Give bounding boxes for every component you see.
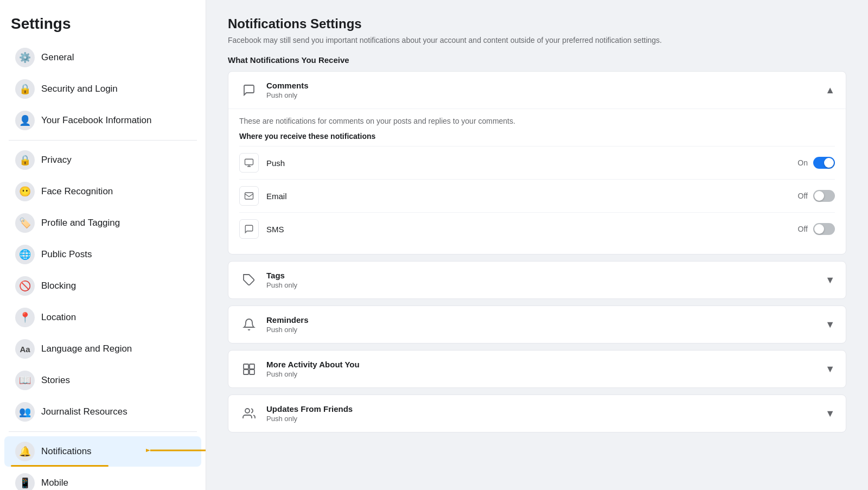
svg-rect-3 <box>245 193 253 199</box>
chevron-down-icon[interactable]: ▼ <box>825 275 835 286</box>
card-header-left: More Activity About You Push only <box>239 359 360 379</box>
card-tags: Tags Push only ▼ <box>228 261 846 299</box>
main-content: Notifications Settings Facebook may stil… <box>206 0 868 490</box>
globe-icon: 🌐 <box>15 245 35 264</box>
section-heading: What Notifications You Receive <box>228 55 846 65</box>
card-more-activity: More Activity About You Push only ▼ <box>228 350 846 388</box>
card-body-comments: These are notifications for comments on … <box>228 109 846 254</box>
card-more-activity-header[interactable]: More Activity About You Push only ▼ <box>228 351 846 387</box>
language-icon: Aa <box>15 339 35 359</box>
sidebar-item-language[interactable]: Aa Language and Region <box>4 334 201 364</box>
notification-row-email: Email Off <box>239 179 835 212</box>
card-title: More Activity About You <box>266 360 360 369</box>
divider <box>9 140 197 141</box>
orange-progress-bar <box>11 465 108 467</box>
toggle-status-push: On <box>797 158 808 167</box>
svg-rect-9 <box>244 370 248 374</box>
tag-icon: 🏷️ <box>15 213 35 233</box>
sidebar-item-notifications[interactable]: 🔔 Notifications <box>4 436 201 467</box>
sidebar-item-stories[interactable]: 📖 Stories <box>4 365 201 396</box>
push-icon <box>239 153 259 173</box>
svg-rect-2 <box>245 159 253 165</box>
toggle-push[interactable] <box>813 157 835 169</box>
sms-label: SMS <box>266 225 284 234</box>
toggle-email[interactable] <box>813 190 835 202</box>
card-text: Tags Push only <box>266 271 297 289</box>
sidebar-item-blocking[interactable]: 🚫 Blocking <box>4 271 201 301</box>
sidebar-item-label: Mobile <box>41 478 68 488</box>
sidebar-item-label: Journalist Resources <box>41 406 127 417</box>
chevron-up-icon[interactable]: ▲ <box>825 85 835 96</box>
sidebar-item-public-posts[interactable]: 🌐 Public Posts <box>4 239 201 270</box>
toggle-thumb <box>814 224 824 234</box>
card-header-left: Reminders Push only <box>239 315 309 334</box>
card-updates-friends-header[interactable]: Updates From Friends Push only ▼ <box>228 395 846 432</box>
chevron-down-icon[interactable]: ▼ <box>825 408 835 419</box>
toggle-status-email: Off <box>798 192 808 200</box>
toggle-thumb <box>824 158 834 168</box>
bell-icon: 🔔 <box>15 442 35 461</box>
location-icon: 📍 <box>15 308 35 327</box>
friends-card-icon <box>239 404 259 423</box>
card-subtitle: Push only <box>266 415 353 423</box>
lock-icon: 🔒 <box>15 79 35 99</box>
card-text: More Activity About You Push only <box>266 360 360 378</box>
sidebar-item-label: Location <box>41 312 76 323</box>
sidebar-item-security[interactable]: 🔒 Security and Login <box>4 74 201 104</box>
card-comments: Comments Push only ▲ These are notificat… <box>228 71 846 254</box>
activity-card-icon <box>239 359 259 379</box>
svg-point-11 <box>245 409 250 413</box>
card-header-left: Tags Push only <box>239 270 297 290</box>
block-icon: 🚫 <box>15 276 35 296</box>
card-subtitle: Push only <box>266 281 297 289</box>
row-left: Push <box>239 153 285 173</box>
svg-rect-7 <box>244 364 248 369</box>
sidebar-item-label: General <box>41 52 74 63</box>
chevron-down-icon[interactable]: ▼ <box>825 319 835 330</box>
sidebar-item-facebook-info[interactable]: 👤 Your Facebook Information <box>4 105 201 136</box>
card-comments-header[interactable]: Comments Push only ▲ <box>228 72 846 109</box>
svg-rect-8 <box>250 364 254 369</box>
bell-card-icon <box>239 315 259 334</box>
sidebar-item-label: Notifications <box>41 446 92 457</box>
email-label: Email <box>266 192 287 201</box>
sidebar-item-journalist[interactable]: 👥 Journalist Resources <box>4 397 201 427</box>
sidebar-item-face-recognition[interactable]: 😶 Face Recognition <box>4 176 201 207</box>
gear-icon: ⚙️ <box>15 48 35 67</box>
sidebar-item-location[interactable]: 📍 Location <box>4 302 201 333</box>
sidebar-item-label: Public Posts <box>41 249 92 260</box>
page-subtitle: Facebook may still send you important no… <box>228 36 673 44</box>
notification-row-push: Push On <box>239 146 835 179</box>
toggle-thumb <box>814 191 824 201</box>
sidebar-item-profile-tagging[interactable]: 🏷️ Profile and Tagging <box>4 208 201 238</box>
row-left: SMS <box>239 219 284 239</box>
sms-icon <box>239 219 259 239</box>
card-reminders: Reminders Push only ▼ <box>228 306 846 343</box>
sidebar-item-label: Language and Region <box>41 343 132 354</box>
toggle-status-sms: Off <box>798 225 808 233</box>
svg-rect-10 <box>250 370 254 374</box>
sidebar-item-label: Stories <box>41 375 70 386</box>
card-title: Reminders <box>266 315 309 324</box>
card-text: Comments Push only <box>266 81 309 99</box>
card-subtitle: Push only <box>266 370 360 378</box>
chevron-down-icon[interactable]: ▼ <box>825 364 835 375</box>
tag-card-icon <box>239 270 259 290</box>
face-icon: 😶 <box>15 182 35 201</box>
card-title: Comments <box>266 81 309 90</box>
card-reminders-header[interactable]: Reminders Push only ▼ <box>228 306 846 343</box>
comment-icon <box>239 80 259 100</box>
mobile-icon: 📱 <box>15 473 35 490</box>
divider <box>9 431 197 432</box>
card-tags-header[interactable]: Tags Push only ▼ <box>228 262 846 298</box>
email-icon <box>239 186 259 206</box>
card-updates-friends: Updates From Friends Push only ▼ <box>228 394 846 432</box>
sidebar-item-privacy[interactable]: 🔒 Privacy <box>4 145 201 175</box>
card-title: Tags <box>266 271 297 280</box>
toggle-sms[interactable] <box>813 223 835 235</box>
sidebar-item-label: Your Facebook Information <box>41 115 152 126</box>
row-right: Off <box>798 223 835 235</box>
card-text: Reminders Push only <box>266 315 309 334</box>
sidebar-item-mobile[interactable]: 📱 Mobile <box>4 468 201 490</box>
sidebar-item-general[interactable]: ⚙️ General <box>4 42 201 73</box>
